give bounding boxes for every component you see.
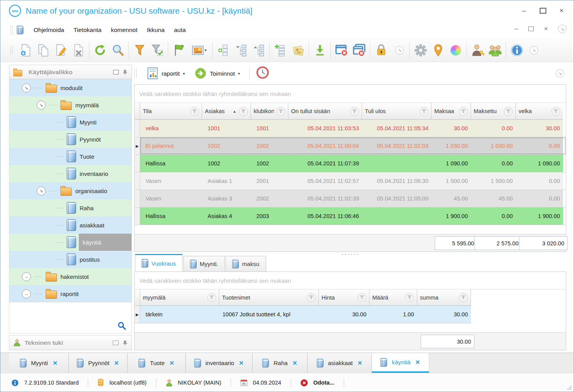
- tree-item-moduulit[interactable]: ↘moduulit: [9, 79, 132, 96]
- refresh-icon[interactable]: [91, 41, 109, 60]
- maximize-button[interactable]: [538, 6, 548, 15]
- support-pin-icon[interactable]: [123, 340, 128, 346]
- location-icon[interactable]: [429, 41, 447, 60]
- actions-button[interactable]: Toiminnot▾: [191, 66, 243, 81]
- mdi-close-button[interactable]: ×: [544, 25, 548, 33]
- close-tab-icon[interactable]: ✕: [292, 360, 297, 367]
- tree-item-myymala[interactable]: ↘myymälä: [9, 96, 132, 114]
- tree-item-hakemistot[interactable]: →hakemistot: [9, 268, 132, 285]
- tree-item-postitus[interactable]: postitus: [9, 251, 132, 268]
- mdi-minimize-button[interactable]: –: [515, 25, 518, 33]
- schedule-clock-icon[interactable]: [256, 66, 269, 81]
- resize-grip[interactable]: [567, 385, 572, 390]
- panel-toolbar-grip[interactable]: [134, 69, 137, 78]
- table-row[interactable]: Hallissa1002100205.04.2021 11:07:391 090…: [135, 155, 566, 172]
- menu-tietokanta[interactable]: Tietokanta: [69, 24, 106, 36]
- collapse-tree-icon[interactable]: [232, 41, 250, 60]
- copy-document-icon[interactable]: [34, 41, 52, 60]
- window-tab-pyynnot[interactable]: Pyynnöt✕: [69, 353, 128, 373]
- tree-item-tuote[interactable]: Tuote: [9, 148, 132, 165]
- filter-icon[interactable]: [239, 107, 248, 116]
- notes-icon[interactable]: [289, 41, 307, 60]
- column-header-hinta[interactable]: Hinta: [319, 289, 370, 306]
- tree-item-raportit[interactable]: →raportit: [9, 285, 132, 302]
- filter-icon[interactable]: [276, 107, 285, 116]
- close-button[interactable]: ×: [556, 6, 567, 15]
- new-document-icon[interactable]: [17, 41, 34, 60]
- import-icon[interactable]: [311, 41, 329, 60]
- groupby-bar[interactable]: Vedä sarakkeen otsikko tähän ryhmitelläk…: [135, 85, 566, 103]
- column-header-myymala[interactable]: myymälä: [140, 289, 219, 306]
- expand-tree-icon[interactable]: [250, 41, 267, 60]
- window-tab-myynti[interactable]: Myynti✕: [9, 353, 69, 373]
- column-header-maksaa[interactable]: Maksaa: [432, 103, 471, 120]
- window-tab-tuote[interactable]: Tuote✕: [128, 353, 186, 373]
- tree-item-kayntia-selected[interactable]: käyntiä: [9, 234, 132, 251]
- close-tab-icon[interactable]: ✕: [239, 360, 244, 367]
- menu-komennot[interactable]: komennot: [106, 24, 142, 36]
- support-panel-header[interactable]: Tekninen tuki: [9, 335, 132, 350]
- menubar-options-button[interactable]: ↘: [558, 25, 567, 33]
- filter-icon[interactable]: [131, 41, 148, 60]
- column-header-summa[interactable]: summa: [417, 289, 471, 306]
- column-header-tila[interactable]: Tila: [140, 103, 202, 120]
- menu-auta[interactable]: auta: [169, 24, 190, 36]
- toolbar-grip[interactable]: [11, 46, 13, 55]
- column-header-tuli-ulos[interactable]: Tuli ulos: [362, 103, 432, 120]
- tab-myynti[interactable]: Myynti.: [183, 256, 225, 271]
- search-icon[interactable]: [109, 41, 126, 60]
- expand-icon[interactable]: →: [22, 289, 31, 298]
- close-tab-icon[interactable]: ✕: [169, 360, 174, 367]
- menubar-grip[interactable]: [11, 25, 13, 35]
- tree-item-myynti[interactable]: Myynti: [9, 114, 132, 131]
- table-row[interactable]: VasenAsiakas 1200105.04.2021 11:02:5705.…: [135, 172, 566, 190]
- detail-table-row[interactable]: ▶tärkein10067 Jotkut tuotteet 4, kpl30.0…: [135, 306, 471, 323]
- tree-item-asiakkaat[interactable]: asiakkaat: [9, 216, 132, 234]
- add-row-icon[interactable]: [272, 41, 289, 60]
- lock-icon[interactable]: [372, 41, 390, 60]
- table-row-focused[interactable]: ▶Ei palannut1002100205.04.2021 11:00:040…: [135, 137, 566, 155]
- close-all-windows-icon[interactable]: [350, 41, 368, 60]
- column-header-velka[interactable]: velka: [516, 103, 563, 120]
- collapse-icon[interactable]: ↘: [37, 186, 46, 195]
- window-tab-kayntia-active[interactable]: käyntiä✕: [372, 353, 429, 373]
- close-tab-icon[interactable]: ✕: [114, 360, 119, 367]
- filter-icon[interactable]: [405, 293, 414, 302]
- users-icon[interactable]: [486, 41, 504, 60]
- window-tab-asiakkaat[interactable]: asiakkaat✕: [307, 353, 372, 373]
- table-row[interactable]: velka1001100105.04.2021 11:03:5305.04.20…: [135, 120, 566, 137]
- toolbar-options-button[interactable]: ↘: [395, 46, 404, 55]
- filter-icon[interactable]: [419, 107, 428, 116]
- menu-ohjelmoida[interactable]: Ohjelmoida: [29, 24, 69, 36]
- window-tab-raha[interactable]: Raha✕: [252, 353, 307, 373]
- tree-item-pyynnot[interactable]: Pyynnöt: [9, 131, 132, 148]
- menu-ikkuna[interactable]: Ikkuna: [142, 24, 169, 36]
- colors-icon[interactable]: [447, 41, 464, 60]
- panel-options-button[interactable]: ↘: [556, 69, 564, 78]
- filter-apply-icon[interactable]: [148, 41, 166, 60]
- filter-icon[interactable]: [504, 107, 513, 116]
- delete-document-icon[interactable]: [69, 41, 87, 60]
- column-header-asiakas[interactable]: Asiakas▲: [202, 103, 251, 120]
- filter-icon[interactable]: [307, 293, 316, 302]
- close-tab-icon[interactable]: ✕: [357, 360, 363, 367]
- user-access-icon[interactable]: [469, 41, 486, 60]
- filter-icon[interactable]: [459, 293, 468, 302]
- filter-icon[interactable]: [551, 107, 560, 116]
- tree-item-organisaatio[interactable]: ↘organisaatio: [9, 182, 132, 199]
- column-header-tuotenimet[interactable]: Tuotenimet: [219, 289, 319, 306]
- tree-item-inventaario[interactable]: inventaario: [9, 165, 132, 182]
- table-row[interactable]: VasenAsiakas 3200205.04.2021 11:02:3905.…: [135, 190, 566, 208]
- collapse-icon[interactable]: ↘: [37, 101, 46, 110]
- column-header-maksettu[interactable]: Maksettu: [471, 103, 516, 120]
- tab-maksu[interactable]: maksu: [226, 256, 266, 271]
- reports-button[interactable]: raportit▾: [144, 66, 188, 81]
- close-window-icon[interactable]: [333, 41, 350, 60]
- filter-icon[interactable]: [459, 107, 468, 116]
- expand-icon[interactable]: →: [22, 272, 31, 281]
- tree-item-raha[interactable]: Raha: [9, 199, 132, 216]
- splitter-handle[interactable]: ■ ■ ■ ■ ■ ■: [134, 252, 566, 256]
- sidebar-pin-icon[interactable]: [123, 69, 128, 75]
- collapse-icon[interactable]: ↘: [22, 83, 31, 92]
- filter-icon[interactable]: [207, 293, 216, 302]
